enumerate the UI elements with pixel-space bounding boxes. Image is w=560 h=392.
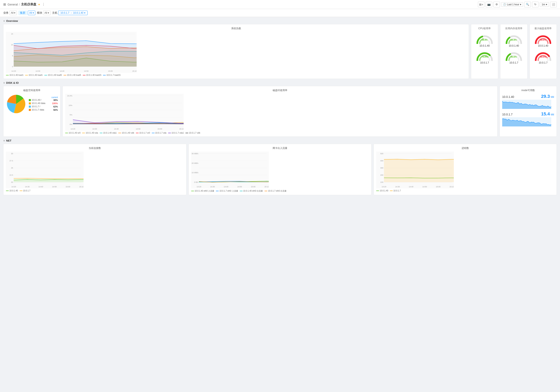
- memory-metric-card: 应用内存使用率 10.0.1.40 10.0.1.7: [500, 24, 527, 79]
- disk-legend-label: 10.0.1.7 /data: [32, 109, 44, 111]
- tv-button[interactable]: ⬜: [550, 2, 557, 7]
- legend-label: 10.0.1.40 sr0: [69, 132, 80, 134]
- processes-chart: [376, 151, 454, 188]
- legend-item: 10.0.1.40 load5: [63, 74, 81, 76]
- legend-label: 10.0.1.7 vda: [155, 132, 166, 134]
- zoom-out-button[interactable]: 🔍: [524, 2, 531, 7]
- legend-item: 10.0.1.40 vda: [82, 132, 98, 134]
- inode-entry-2: 10.0.1.7 15.4 Mil: [502, 111, 554, 126]
- legend-label: 10.0.1.40 eth0 出流量: [243, 190, 263, 192]
- disk-space-inner: current 10.0.1.40 / 38% 10.0.1.40 /data …: [6, 94, 58, 114]
- cpu-metric-card: CPU使用率 10.0.1.40 10.0.1.7: [471, 24, 498, 79]
- time-range-label: Last 1 hour: [507, 3, 519, 6]
- inode-chart-1: [502, 100, 551, 109]
- legend-label: 10.0.1.40 load1: [10, 74, 23, 76]
- cluster-value: All: [29, 11, 32, 14]
- legend-item: 10.0.1.40: [6, 190, 18, 192]
- legend-label: 10.0.1.7 load15: [106, 74, 120, 76]
- legend-label: 10.0.1.7: [393, 190, 401, 192]
- disk-gauge-canvas-2: [534, 50, 552, 61]
- share-icon[interactable]: ⋮: [42, 2, 45, 6]
- module-select[interactable]: All ▾: [43, 11, 50, 15]
- traffic-card: 网卡出入流量 10.0.1.40 eth0 入流量 10.0.1.7 eth0 …: [189, 144, 372, 195]
- refresh-button[interactable]: ↻: [532, 2, 539, 7]
- filter-bar: 业务 All ▾ 集群 All ▾ 模块 All ▾ 主机 10.0.1.7 →…: [0, 9, 560, 17]
- disk-host-1: 10.0.1.40: [538, 44, 548, 47]
- legend-label: 10.0.1.40: [10, 190, 18, 192]
- memory-gauge-1: 10.0.1.40: [505, 33, 523, 47]
- disk-legend-label: 10.0.1.40 /data: [32, 102, 45, 104]
- legend-label: 10.0.1.40 load15: [86, 74, 101, 76]
- host-label: 主机: [52, 11, 57, 15]
- interval-picker[interactable]: 1m ▾: [540, 2, 549, 7]
- disk-gauge-2: 10.0.1.7: [534, 50, 552, 64]
- inode-entry-1: 10.0.1.40 29.3 Mil: [502, 94, 554, 109]
- disk-legend-row: 10.0.1.7 /data 56%: [29, 109, 58, 111]
- connections-title: 当前连接数: [6, 146, 184, 150]
- disk-io-toggle: ∨: [3, 81, 5, 84]
- legend-item: 10.0.1.7: [20, 190, 30, 192]
- inode-card: inode可用数 10.0.1.40 29.3 Mil 10.0.1.7: [500, 86, 557, 137]
- time-range-picker[interactable]: 🕐 Last 1 hour ▾: [501, 2, 523, 7]
- disk-legend-label: 10.0.1.40 /: [32, 99, 41, 101]
- overview-section-header[interactable]: ∨ Overview: [3, 20, 557, 22]
- disk-io-chart-title: 磁盘IO使用率: [65, 89, 495, 92]
- camera-button[interactable]: 📷: [486, 2, 492, 7]
- legend-label: 10.0.1.40 vda: [86, 132, 98, 134]
- system-load-title: 系统负载: [6, 27, 466, 30]
- system-load-legend: 10.0.1.40 load1 10.0.1.40 load1 10.0.1.4…: [6, 74, 466, 76]
- disk-legend-current-label: current: [29, 96, 58, 99]
- disk-io-chart-canvas: [65, 94, 184, 131]
- header-left: ⊞ General / 主机仪表盘 ★ ⋮: [3, 2, 45, 6]
- add-panel-button[interactable]: ⊞+: [478, 2, 484, 7]
- interval-dropdown-arrow: ▾: [546, 3, 547, 6]
- legend-item: 10.0.1.7 load15: [103, 74, 120, 76]
- header: ⊞ General / 主机仪表盘 ★ ⋮ ⊞+ 📷 ⚙ 🕐 Last 1 ho…: [0, 0, 560, 9]
- disk-io-section-header[interactable]: ∨ DISK & IO: [3, 81, 557, 84]
- system-load-card: 系统负载 10.0.1.40 load1 10.0.1.40 load1 10.…: [3, 24, 469, 79]
- business-dropdown-arrow: ▾: [14, 11, 15, 14]
- inode-value-1: 29.3: [541, 94, 550, 99]
- cluster-dropdown-arrow: ▾: [33, 11, 34, 14]
- legend-item: 10.0.1.40 load15: [83, 74, 101, 76]
- inode-host-row-1: 10.0.1.40 29.3 Mil: [502, 94, 554, 99]
- settings-button[interactable]: ⚙: [493, 2, 500, 7]
- business-select[interactable]: All ▾: [10, 11, 17, 15]
- inode-chart-2: [502, 117, 551, 126]
- module-dropdown-arrow: ▾: [48, 11, 49, 14]
- disk-legend: current 10.0.1.40 / 38% 10.0.1.40 /data …: [29, 96, 58, 112]
- business-value: All: [11, 11, 13, 14]
- breadcrumb-general: General: [8, 3, 18, 6]
- legend-item: 10.0.1.40 vdb: [118, 132, 134, 134]
- legend-item: 10.0.1.40 load5: [44, 74, 62, 76]
- legend-label: 10.0.1.40: [380, 190, 388, 192]
- disk-space-pie: [6, 94, 26, 114]
- disk-gauge-canvas-1: [534, 33, 552, 44]
- clock-icon: 🕐: [503, 3, 506, 6]
- disk-gauge-1: 10.0.1.40: [534, 33, 552, 47]
- star-icon[interactable]: ★: [38, 3, 40, 6]
- cluster-select[interactable]: All ▾: [28, 11, 35, 15]
- grid-icon: ⊞: [3, 2, 6, 6]
- disk-pct: 38%: [53, 99, 58, 101]
- legend-item: 10.0.1.7 vdb: [185, 132, 200, 134]
- dropdown-arrow: ▾: [520, 3, 521, 6]
- legend-item: 10.0.1.7 eth0 入流量: [216, 190, 238, 192]
- system-load-chart: [6, 32, 137, 73]
- inode-title: inode可用数: [502, 89, 554, 92]
- net-section-header[interactable]: ∨ NET: [3, 139, 557, 142]
- legend-item: 10.0.1.7 eth0 出流量: [264, 190, 287, 192]
- cpu-gauge-2: 10.0.1.7: [475, 50, 494, 64]
- overview-toggle: ∨: [3, 20, 5, 22]
- connections-legend: 10.0.1.40 10.0.1.7: [6, 190, 184, 192]
- disk-pct: 56%: [53, 109, 58, 111]
- cpu-host-2: 10.0.1.7: [480, 61, 489, 64]
- memory-gauge-canvas-1: [505, 33, 523, 44]
- module-value: All: [45, 11, 47, 14]
- cpu-title: CPU使用率: [474, 27, 495, 30]
- inode-value-2: 15.4: [541, 111, 550, 117]
- legend-item: 10.0.1.40 eth0 入流量: [191, 190, 214, 192]
- inode-host-2: 10.0.1.7: [502, 113, 513, 116]
- net-grid: 当前连接数 10.0.1.40 10.0.1.7 网卡出入流量 10.0.1.4…: [3, 144, 557, 195]
- host-select[interactable]: 10.0.1.7 → 10.0.1.40 ▾: [58, 11, 88, 15]
